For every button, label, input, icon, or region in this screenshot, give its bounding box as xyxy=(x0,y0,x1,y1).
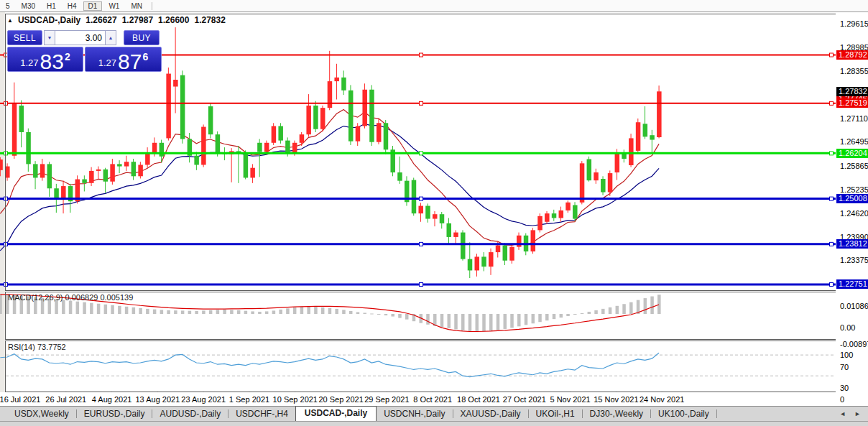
level-price-tag: 1.26204 xyxy=(836,149,868,158)
candle-down xyxy=(117,164,122,166)
candle-up xyxy=(5,167,9,178)
timeframe-button-h1[interactable]: H1 xyxy=(42,1,61,11)
tab-usdcad-daily[interactable]: USDCAD-,Daily xyxy=(295,406,377,421)
candle-up xyxy=(594,172,599,180)
candle-up xyxy=(362,90,367,126)
macd-histogram-bar xyxy=(497,314,500,330)
candle-down xyxy=(180,75,185,139)
tab-uk100-daily[interactable]: UK100-,Daily xyxy=(651,407,716,421)
candle-down xyxy=(503,246,508,261)
macd-histogram-bar xyxy=(174,310,177,314)
timeframe-button-d1[interactable]: D1 xyxy=(83,1,103,11)
tab-usdchf-h4[interactable]: USDCHF-,H4 xyxy=(228,407,295,421)
macd-histogram-bar xyxy=(342,310,346,314)
tab-usdx-weekly[interactable]: USDX,Weekly xyxy=(7,407,76,421)
candle-up xyxy=(300,134,305,143)
candle-down xyxy=(285,141,290,154)
candle-down xyxy=(208,106,213,134)
sell-price-big: 83 xyxy=(40,51,64,72)
macd-histogram-bar xyxy=(83,302,86,314)
trading-terminal-window: 5M30H1H4D1W1MN ▲ USDCAD-,Daily 1.26627 1… xyxy=(0,0,868,426)
line-drag-handle[interactable] xyxy=(420,197,423,200)
candle-up xyxy=(608,173,613,192)
macd-histogram-bar xyxy=(657,295,661,314)
candle-down xyxy=(19,106,24,132)
level-price-tag: 1.28792 xyxy=(836,50,868,60)
current-price-tag: 1.27832 xyxy=(836,87,868,96)
candle-down xyxy=(26,132,31,164)
candle-up xyxy=(475,256,480,270)
candle-down xyxy=(468,259,473,271)
tab-scroll-left-icon[interactable]: ◄ xyxy=(839,410,846,417)
price-axis-label: 1.23375 xyxy=(840,256,868,265)
candle-down xyxy=(650,135,655,139)
line-drag-handle[interactable] xyxy=(420,282,423,286)
buy-price-display[interactable]: 1.27876 xyxy=(85,47,162,72)
candle-down xyxy=(643,124,648,136)
buy-price-big: 87 xyxy=(118,51,142,72)
tab-usdcnh-daily[interactable]: USDCNH-,Daily xyxy=(377,407,452,421)
price-axis[interactable]: 1.296151.289851.283551.271101.264951.258… xyxy=(836,12,868,405)
macd-histogram-bar xyxy=(265,311,269,314)
timeframe-button-5[interactable]: 5 xyxy=(1,1,15,11)
tab-scroll-arrows: ◄► xyxy=(839,410,868,421)
tab-dj30-weekly[interactable]: DJ30-,Weekly xyxy=(583,407,650,421)
candle-up xyxy=(433,214,438,218)
candle-down xyxy=(573,205,578,219)
line-drag-handle[interactable] xyxy=(830,53,834,57)
macd-histogram-bar xyxy=(482,314,486,331)
line-drag-handle[interactable] xyxy=(830,197,834,200)
candle-down xyxy=(194,156,199,165)
line-drag-handle[interactable] xyxy=(830,101,834,105)
sell-price-display[interactable]: 1.27832 xyxy=(7,47,83,72)
timeframe-button-h4[interactable]: H4 xyxy=(63,1,82,11)
level-price-tag: 1.23812 xyxy=(836,239,868,249)
macd-histogram-bar xyxy=(356,312,360,314)
rsi-axis-label: 0 xyxy=(840,395,844,404)
date-axis[interactable]: 16 Jul 202126 Jul 20214 Aug 202113 Aug 2… xyxy=(0,392,836,405)
line-drag-handle[interactable] xyxy=(420,53,423,57)
tab-audusd-daily[interactable]: AUDUSD-,Daily xyxy=(152,407,228,421)
tab-ukoil-h1[interactable]: UKOil-,H1 xyxy=(529,407,582,421)
candle-down xyxy=(313,106,318,129)
date-label: 18 Oct 2021 xyxy=(457,395,500,404)
macd-histogram-bar xyxy=(321,307,325,314)
candle-up xyxy=(377,123,382,142)
macd-histogram-bar xyxy=(216,310,220,314)
macd-histogram-bar xyxy=(405,314,409,320)
line-drag-handle[interactable] xyxy=(830,282,834,286)
line-drag-handle[interactable] xyxy=(830,242,834,246)
volume-input[interactable] xyxy=(55,30,105,45)
date-label: 4 Aug 2021 xyxy=(92,395,132,404)
macd-histogram-bar xyxy=(447,314,451,328)
tab-scroll-right-icon[interactable]: ► xyxy=(854,410,861,417)
timeframe-button-m30[interactable]: M30 xyxy=(17,1,40,11)
buy-button[interactable]: BUY xyxy=(124,30,160,45)
line-drag-handle[interactable] xyxy=(420,242,423,246)
candle-down xyxy=(33,164,38,177)
chevron-down-icon: ▼ xyxy=(47,35,52,40)
macd-histogram-bar xyxy=(188,311,192,314)
macd-histogram-bar xyxy=(335,309,338,314)
date-label: 20 Sep 2021 xyxy=(318,395,363,404)
line-drag-handle[interactable] xyxy=(420,152,423,155)
volume-decrease-button[interactable]: ▼ xyxy=(44,30,55,45)
candle-up xyxy=(657,91,662,137)
collapse-triangle-icon[interactable]: ▲ xyxy=(7,17,13,24)
line-drag-handle[interactable] xyxy=(420,101,423,105)
tab-eurusd-daily[interactable]: EURUSD-,Daily xyxy=(77,407,152,421)
tab-xauusd-daily[interactable]: XAUUSD-,Daily xyxy=(453,407,528,421)
rsi-axis-label: 30 xyxy=(840,384,849,393)
timeframe-button-w1[interactable]: W1 xyxy=(103,1,124,11)
timeframe-button-mn[interactable]: MN xyxy=(126,1,147,11)
volume-increase-button[interactable]: ▲ xyxy=(105,30,116,45)
candle-up xyxy=(565,203,571,210)
line-drag-handle[interactable] xyxy=(830,152,834,155)
sell-button[interactable]: SELL xyxy=(7,30,42,45)
date-label: 15 Nov 2021 xyxy=(594,395,638,404)
macd-histogram-bar xyxy=(111,305,114,314)
date-label: 23 Aug 2021 xyxy=(181,395,226,404)
candle-down xyxy=(160,143,165,157)
buy-price-pip: 6 xyxy=(142,52,148,62)
date-label: 8 Oct 2021 xyxy=(413,395,452,404)
